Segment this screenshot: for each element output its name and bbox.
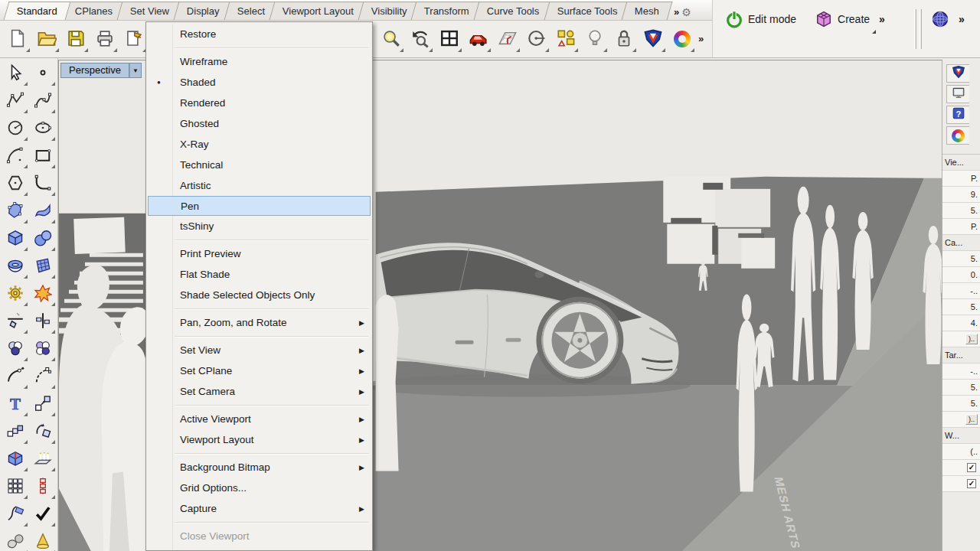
ellipse-tool-button[interactable] [29,115,57,142]
check-tool-button[interactable] [29,500,57,528]
menu-item-set-view[interactable]: Set View▶ [146,340,372,360]
circle-center-button[interactable] [522,24,551,54]
menu-item-artistic[interactable]: Artistic [146,175,372,196]
spheres-tool-button[interactable] [29,225,57,253]
save-file-button[interactable] [61,24,90,54]
menu-item-restore[interactable]: Restore [146,24,372,44]
property-browse-button[interactable]: ).. [965,334,978,344]
create-button[interactable]: Create » [812,8,888,31]
polygon-tool-button[interactable] [2,170,29,197]
menu-item-technical[interactable]: Technical [146,155,372,175]
menu-item-pen[interactable]: Pen [148,196,371,216]
property-value-cell[interactable]: (.. [942,444,980,460]
fillet-edge-tool-button[interactable] [2,445,29,473]
polyline-tool-button[interactable] [2,87,29,115]
menu-item-flat-shade[interactable]: Flat Shade [146,264,372,285]
open-file-button[interactable] [32,24,61,54]
curve-handle-tool-button[interactable] [2,363,29,390]
viewport-layout-button[interactable] [435,24,464,54]
undo-view-button[interactable] [406,24,435,54]
property-value-cell[interactable]: 5. [942,380,980,396]
sphere-overflow-chevron[interactable]: » [959,13,965,25]
blend-curve-tool-button[interactable] [29,170,57,197]
split-tool-button[interactable] [29,308,57,335]
toolbar-overflow-chevron[interactable]: » [698,33,704,44]
box-tool-button[interactable] [2,225,29,253]
extend-curve-tool-button[interactable] [29,363,57,390]
cone-tool-button[interactable] [29,528,57,551]
object-snap-button[interactable] [551,24,580,54]
panel-tab-display-monitor[interactable] [946,85,969,103]
move-tool-button[interactable] [29,390,57,418]
property-value-cell[interactable]: 5. [942,299,980,315]
panel-tab-help[interactable]: ? [946,106,969,124]
menu-item-shaded[interactable]: ●Shaded [146,72,372,93]
array-grid-tool-button[interactable] [2,473,29,500]
gear-icon[interactable]: ⚙ [681,6,691,18]
property-browse-button[interactable]: ).. [965,414,978,425]
property-value-cell[interactable]: 5. [942,251,980,267]
tab-cplanes[interactable]: CPlanes [61,2,126,20]
property-value-cell[interactable]: -.. [942,364,980,380]
point-tool-button[interactable] [29,60,57,87]
rotate-tool-button[interactable] [29,418,57,445]
panel-tab-rhino-logo[interactable] [946,64,969,83]
mesh-objects-tool-button[interactable] [2,528,29,551]
menu-item-wireframe[interactable]: Wireframe [146,51,372,72]
viewport-title-label[interactable]: Perspective [60,63,129,78]
array-linear-tool-button[interactable] [29,473,57,500]
tab-transform[interactable]: Transform [411,2,483,20]
surface-from-points-tool-button[interactable] [2,197,29,225]
control-point-curve-tool-button[interactable] [29,87,57,115]
flow-tool-button[interactable] [2,500,29,528]
checkbox[interactable]: ✓ [967,463,976,472]
explode-tool-button[interactable] [29,280,57,308]
property-value-cell[interactable]: 9. [942,187,980,203]
tab-curve-tools[interactable]: Curve Tools [474,2,553,20]
trim-tool-button[interactable] [2,308,29,335]
lights-tool-button[interactable] [29,445,57,473]
tab-viewport-layout[interactable]: Viewport Layout [269,2,367,20]
menu-item-pan-zoom-and-rotate[interactable]: Pan, Zoom, and Rotate▶ [146,312,372,333]
cplane-button[interactable] [493,24,522,54]
menu-item-ghosted[interactable]: Ghosted [146,113,372,134]
text-tool-button[interactable]: T [2,390,29,418]
toolbar-grips[interactable] [914,9,922,49]
copy-tool-button[interactable] [2,418,29,445]
gear-tool-button[interactable] [2,280,29,308]
property-value-cell[interactable]: -.. [942,283,980,299]
menu-item-print-preview[interactable]: Print Preview [146,243,372,264]
tab-set-view[interactable]: Set View [116,2,182,20]
menu-item-rendered[interactable]: Rendered [146,93,372,113]
tab-standard[interactable]: Standard [4,2,71,20]
menu-item-shade-selected-objects-only[interactable]: Shade Selected Objects Only [146,285,372,305]
property-value-cell[interactable]: 5. [942,396,980,412]
property-value-cell[interactable]: 5. [942,203,980,219]
torus-tool-button[interactable] [2,253,29,280]
mesh-patch-tool-button[interactable] [29,253,57,280]
car-display-button[interactable] [464,24,493,54]
menu-item-grid-options[interactable]: Grid Options... [146,478,372,498]
zoom-button[interactable] [377,24,406,54]
panel-tab-color-wheel[interactable] [946,126,969,145]
clipboard-copy-button[interactable] [119,24,149,54]
boolean-difference-tool-button[interactable] [29,335,57,363]
checkbox[interactable]: ✓ [967,479,976,488]
lock-button[interactable] [609,24,639,54]
color-wheel-button[interactable] [668,24,697,54]
edit-mode-button[interactable]: Edit mode [722,8,799,31]
property-value-cell[interactable]: 4. [942,315,980,331]
tab-overflow-chevron[interactable]: » [674,6,679,18]
render-button[interactable] [639,24,668,54]
select-tool-button[interactable] [2,60,29,87]
chevron-down-icon[interactable]: ▼ [129,63,142,78]
menu-item-active-viewport[interactable]: Active Viewport▶ [146,409,372,429]
menu-item-tsshiny[interactable]: tsShiny [146,216,372,236]
sphere-toolbar-button[interactable]: » [928,8,968,31]
circle-tool-button[interactable] [2,115,29,142]
menu-item-set-camera[interactable]: Set Camera▶ [146,381,372,402]
arc-tool-button[interactable] [2,142,29,170]
rectangle-tool-button[interactable] [29,142,57,170]
curved-surface-tool-button[interactable] [29,197,57,225]
menu-item-set-cplane[interactable]: Set CPlane▶ [146,360,372,381]
